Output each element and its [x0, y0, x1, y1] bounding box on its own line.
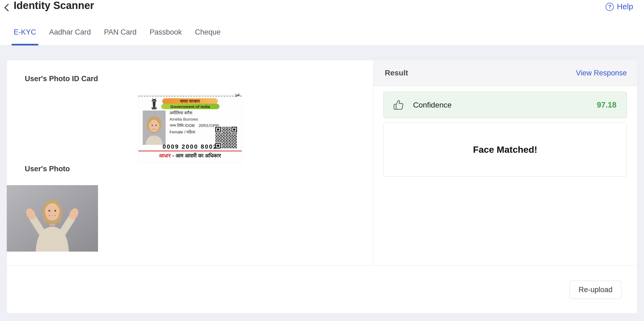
user-photo-preview — [7, 185, 98, 252]
tab-e-kyc[interactable]: E-KYC — [11, 19, 38, 45]
aadhaar-number: 0009 2000 8002 — [155, 143, 225, 150]
match-message: Face Matched! — [473, 144, 537, 155]
confidence-value: 97.18 — [597, 100, 616, 109]
content-card: User's Photo ID Card — [7, 60, 637, 314]
back-chevron-icon — [2, 2, 13, 13]
aadhaar-tagline: आधार - आम आदमी का अधिकार — [138, 152, 242, 159]
scissors-icon — [234, 91, 241, 100]
id-card-photo — [143, 111, 166, 145]
result-body: Confidence 97.18 Face Matched! — [373, 86, 637, 177]
id-card-preview: भारत सरकार Government of India — [138, 95, 242, 162]
confidence-label: Confidence — [413, 101, 452, 109]
help-icon — [606, 3, 614, 11]
red-divider — [138, 151, 242, 151]
top-bar: Identity Scanner Help — [0, 0, 644, 19]
green-banner: Government of India — [161, 104, 219, 109]
tagline-prefix: आधार — [159, 152, 170, 158]
id-dob-line: जन्म तिथि /DOB20/01/1996 — [170, 123, 219, 128]
thumbs-up-icon — [392, 99, 405, 111]
id-name: Amelia Burrows — [170, 117, 198, 121]
user-photo-heading: User's Photo — [25, 164, 373, 173]
back-button[interactable] — [2, 2, 13, 13]
cut-line — [138, 96, 242, 96]
govt-hindi-text: भारत सरकार — [180, 99, 200, 104]
india-emblem-icon — [150, 98, 158, 110]
help-link[interactable]: Help — [606, 2, 633, 11]
tagline-rest: - आम आदमी का अधिकार — [171, 152, 221, 158]
reupload-button[interactable]: Re-upload — [570, 281, 621, 299]
id-name-hindi: अमीलिया बरौस — [170, 111, 193, 115]
result-header: Result View Response — [373, 60, 637, 86]
tab-pan-card[interactable]: PAN Card — [102, 19, 139, 45]
id-dob-label: जन्म तिथि /DOB — [170, 123, 195, 128]
tab-bar: E-KYC Aadhar Card PAN Card Passbook Cheq… — [0, 19, 644, 45]
tab-passbook[interactable]: Passbook — [147, 19, 184, 45]
tab-aadhar-card[interactable]: Aadhar Card — [47, 19, 93, 45]
result-title: Result — [385, 69, 408, 77]
page-background: User's Photo ID Card — [0, 45, 644, 321]
card-footer: Re-upload — [7, 265, 637, 314]
tab-cheque[interactable]: Cheque — [193, 19, 223, 45]
id-gender: Female / महिला — [170, 130, 195, 134]
identity-scanner-app: Identity Scanner Help E-KYC Aadhar Card … — [0, 0, 644, 321]
upload-preview-panel: User's Photo ID Card — [7, 60, 373, 265]
confidence-box: Confidence 97.18 — [383, 92, 627, 118]
id-card-heading: User's Photo ID Card — [25, 60, 373, 83]
help-label: Help — [617, 2, 633, 11]
match-result-box: Face Matched! — [383, 123, 627, 177]
result-panel: Result View Response Confidence 97.18 — [373, 60, 637, 265]
saffron-banner: भारत सरकार — [162, 98, 218, 104]
view-response-link[interactable]: View Response — [576, 69, 627, 77]
govt-english-text: Government of India — [170, 104, 210, 109]
page-title: Identity Scanner — [14, 0, 94, 12]
